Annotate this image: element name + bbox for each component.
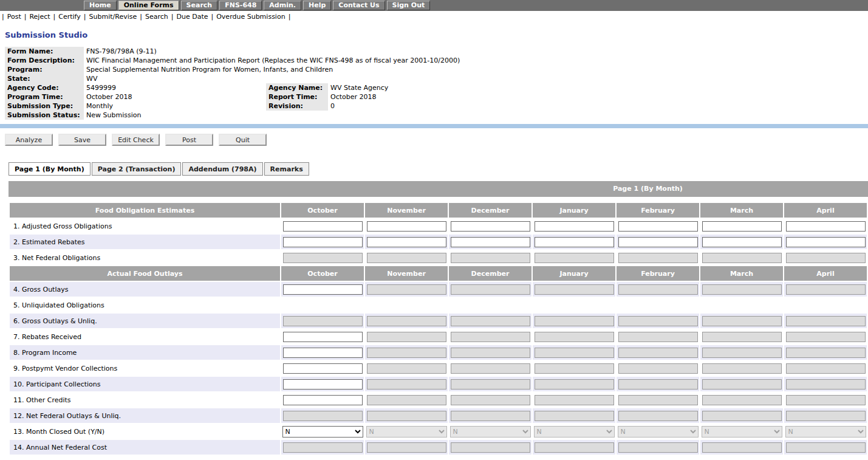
grid-cell xyxy=(449,250,531,265)
1-adjusted-gross-obligations-january-input[interactable] xyxy=(535,221,614,232)
13-month-closed-out-y-n-october-select[interactable]: N xyxy=(282,426,363,438)
grid-cell xyxy=(784,282,867,297)
nav-online-forms[interactable]: Online Forms xyxy=(118,1,179,10)
8-program-income-october-input[interactable] xyxy=(283,348,363,358)
2-estimated-rebates-february-input[interactable] xyxy=(618,237,698,247)
month-header: January xyxy=(533,203,615,218)
10-participant-collections-october-input[interactable] xyxy=(283,379,363,390)
grid-cell xyxy=(617,219,699,233)
nav-sign-out[interactable]: Sign Out xyxy=(387,1,431,10)
row-label: 3. Net Federal Obligations xyxy=(10,250,280,265)
menu-item-certify[interactable]: Certify xyxy=(58,13,81,21)
1-adjusted-gross-obligations-march-input[interactable] xyxy=(702,221,782,232)
12-net-federal-outlays-unliq-february-input xyxy=(618,411,698,421)
11-other-credits-october-input[interactable] xyxy=(283,395,363,405)
4-gross-outlays-october-input[interactable] xyxy=(283,284,363,295)
section-header: Food Obligation Estimates xyxy=(10,203,280,218)
grid-cell xyxy=(365,440,448,455)
grid-cell xyxy=(365,235,448,249)
month-header: November xyxy=(365,203,448,218)
month-header: February xyxy=(617,203,699,218)
1-adjusted-gross-obligations-april-input[interactable] xyxy=(786,221,866,232)
tab-page-2-transaction[interactable]: Page 2 (Transaction) xyxy=(92,162,182,176)
menu-separator: | xyxy=(24,13,27,21)
form-info-value: Monthly xyxy=(84,101,266,111)
form-info-label: Revision: xyxy=(266,101,328,111)
menu-item-overdue-submission[interactable]: Overdue Submission xyxy=(216,13,285,21)
1-adjusted-gross-obligations-october-input[interactable] xyxy=(283,221,363,232)
9-postpymt-vendor-collections-october-input[interactable] xyxy=(283,363,363,374)
13-month-closed-out-y-n-january-select: N xyxy=(534,426,615,438)
grid-cell xyxy=(281,361,364,376)
14-annual-net-federal-cost-february-input xyxy=(618,442,698,453)
grid-banner-text: Page 1 (By Month) xyxy=(9,181,868,197)
nav-admin[interactable]: Admin. xyxy=(264,1,301,10)
grid-cell xyxy=(533,298,615,312)
grid-body: Food Obligation EstimatesOctoberNovember… xyxy=(10,203,867,455)
month-header: February xyxy=(617,266,699,281)
grid-cell xyxy=(533,440,615,455)
form-info-value: October 2018 xyxy=(84,92,266,101)
grid-cell xyxy=(700,282,783,297)
analyze-button[interactable]: Analyze xyxy=(5,134,53,146)
1-adjusted-gross-obligations-november-input[interactable] xyxy=(367,221,446,232)
edit-check-button[interactable]: Edit Check xyxy=(112,134,160,146)
grid-cell xyxy=(449,219,531,233)
2-estimated-rebates-november-input[interactable] xyxy=(367,237,446,247)
grid-row: 8. Program Income xyxy=(10,345,867,360)
4-gross-outlays-december-input xyxy=(451,284,530,295)
tab-page-1-by-month[interactable]: Page 1 (By Month) xyxy=(9,162,91,176)
8-program-income-february-input xyxy=(618,348,698,358)
grid-cell xyxy=(617,329,699,344)
2-estimated-rebates-march-input[interactable] xyxy=(702,237,782,247)
12-net-federal-outlays-unliq-january-input xyxy=(535,411,614,421)
grid-cell xyxy=(617,298,699,312)
nav-search[interactable]: Search xyxy=(181,1,218,10)
2-estimated-rebates-january-input[interactable] xyxy=(535,237,614,247)
10-participant-collections-november-input xyxy=(367,379,446,390)
post-button[interactable]: Post xyxy=(165,134,213,146)
grid-cell xyxy=(449,408,531,423)
grid-cell xyxy=(617,345,699,360)
7-rebates-received-april-input xyxy=(786,332,866,342)
section-header-row: Food Obligation EstimatesOctoberNovember… xyxy=(10,203,867,218)
quit-button[interactable]: Quit xyxy=(219,134,267,146)
grid-cell xyxy=(617,314,699,328)
13-month-closed-out-y-n-march-select: N xyxy=(702,426,782,438)
nav-fns-648[interactable]: FNS-648 xyxy=(219,1,262,10)
nav-help[interactable]: Help xyxy=(303,1,331,10)
7-rebates-received-january-input xyxy=(535,332,614,342)
grid-cell xyxy=(449,235,531,249)
14-annual-net-federal-cost-november-input xyxy=(367,442,446,453)
row-label: 11. Other Credits xyxy=(10,393,280,407)
form-info: Form Name:FNS-798/798A (9-11)Form Descri… xyxy=(5,47,864,120)
1-adjusted-gross-obligations-february-input[interactable] xyxy=(618,221,698,232)
menu-item-post[interactable]: Post xyxy=(7,13,21,21)
13-month-closed-out-y-n-november-select: N xyxy=(366,426,447,438)
nav-home[interactable]: Home xyxy=(84,1,117,10)
tab-addendum-798a[interactable]: Addendum (798A) xyxy=(182,162,262,176)
grid-cell xyxy=(617,393,699,407)
menu-item-submit-revise[interactable]: Submit/Revise xyxy=(89,13,137,21)
tab-strip: Page 1 (By Month)Page 2 (Transaction)Add… xyxy=(9,162,868,176)
menu-item-reject[interactable]: Reject xyxy=(29,13,50,21)
save-button[interactable]: Save xyxy=(58,134,106,146)
tab-remarks[interactable]: Remarks xyxy=(264,162,309,176)
7-rebates-received-october-input[interactable] xyxy=(283,332,363,342)
menu-item-due-date[interactable]: Due Date xyxy=(176,13,208,21)
month-header: April xyxy=(784,266,867,281)
form-info-row: Form Name:FNS-798/798A (9-11) xyxy=(5,47,864,56)
2-estimated-rebates-december-input[interactable] xyxy=(451,237,530,247)
grid-row: 3. Net Federal Obligations xyxy=(10,250,867,265)
6-gross-outlays-unliq-february-input xyxy=(618,316,698,326)
2-estimated-rebates-october-input[interactable] xyxy=(283,237,363,247)
grid-cell xyxy=(617,235,699,249)
nav-contact-us[interactable]: Contact Us xyxy=(333,1,384,10)
3-net-federal-obligations-january-input xyxy=(535,253,614,263)
menu-item-search[interactable]: Search xyxy=(145,13,168,21)
2-estimated-rebates-april-input[interactable] xyxy=(786,237,866,247)
1-adjusted-gross-obligations-december-input[interactable] xyxy=(451,221,530,232)
grid-row: 5. Unliquidated Obligations xyxy=(10,298,867,312)
11-other-credits-february-input xyxy=(618,395,698,405)
3-net-federal-obligations-october-input xyxy=(283,253,363,263)
